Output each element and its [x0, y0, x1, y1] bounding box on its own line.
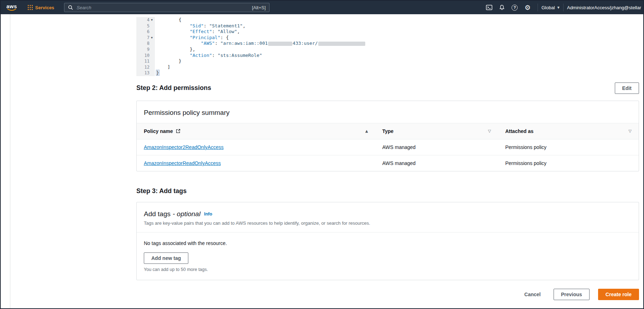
code-line: 12 ]: [136, 64, 639, 70]
create-role-button[interactable]: Create role: [598, 289, 639, 300]
add-tags-card: Add tags- optionalInfo Tags are key-valu…: [136, 202, 639, 280]
policy-attached-as: Permissions policy: [505, 144, 546, 150]
attached-as-column-label: Attached as: [505, 128, 533, 134]
add-tags-title: Add tags- optionalInfo: [144, 210, 632, 218]
code-text: },: [155, 47, 195, 53]
code-line: 4▾ {: [136, 17, 639, 23]
policy-type: AWS managed: [382, 160, 416, 166]
step3-header-row: Step 3: Add tags: [136, 186, 639, 197]
table-row: AmazonInspectorReadOnlyAccess AWS manage…: [137, 155, 639, 171]
nav-divider: [538, 4, 538, 11]
external-link-icon: [176, 129, 180, 133]
permissions-table-header: Policy name ▲ Type ▽ Attached as: [137, 123, 639, 139]
line-number: 8: [136, 41, 150, 47]
left-panel-border: [10, 14, 10, 308]
tags-remaining-hint: You can add up to 50 more tags.: [144, 267, 632, 272]
fold-toggle-icon[interactable]: ▾: [150, 17, 154, 23]
previous-button[interactable]: Previous: [554, 289, 590, 300]
region-label: Global: [541, 5, 555, 10]
gear-icon: ⚙: [524, 4, 530, 11]
sort-ascending-icon[interactable]: ▲: [365, 129, 368, 133]
redacted-user-name: [318, 42, 365, 46]
gutter: 9: [136, 47, 155, 53]
line-number: 12: [136, 64, 150, 70]
help-button[interactable]: ?: [508, 1, 521, 14]
gutter: 7▾: [136, 35, 155, 41]
line-number: 4: [136, 17, 150, 23]
code-line: 7▾ "Principal": {: [136, 35, 639, 41]
redacted-account-id: [268, 42, 292, 46]
code-line: 10 "Action": "sts:AssumeRole": [136, 53, 639, 59]
add-new-tag-button[interactable]: Add new tag: [144, 252, 188, 264]
chevron-down-icon: ▼: [557, 6, 560, 9]
no-tags-message: No tags associated with the resource.: [144, 240, 632, 246]
table-row: AmazonInspector2ReadOnlyAccess AWS manag…: [137, 139, 639, 155]
gutter: 4▾: [136, 17, 155, 23]
policy-name-column-header[interactable]: Policy name ▲: [137, 123, 375, 139]
aws-logo-text: aws: [6, 4, 17, 9]
cancel-button[interactable]: Cancel: [523, 289, 542, 300]
gutter: 8: [136, 41, 155, 47]
optional-label: - optional: [173, 210, 200, 218]
gutter: 13: [136, 70, 155, 76]
line-number: 11: [136, 58, 150, 64]
add-tags-title-text: Add tags: [144, 210, 171, 218]
settings-button[interactable]: ⚙: [521, 1, 534, 14]
policy-name-column-label: Policy name: [144, 128, 173, 134]
line-number: 9: [136, 47, 150, 53]
line-number: 13: [136, 70, 150, 76]
aws-smile-icon: [7, 9, 17, 11]
fold-toggle-icon[interactable]: ▾: [150, 35, 154, 41]
cloudshell-button[interactable]: [483, 1, 496, 14]
question-mark-icon: ?: [512, 5, 518, 11]
search-input[interactable]: [76, 5, 252, 11]
top-navigation: aws Services [Alt+S]: [1, 1, 643, 14]
code-line: 5 "Sid": "Statement1",: [136, 23, 639, 29]
account-menu[interactable]: AdministratorAccess/jzhang@stellar: [567, 5, 641, 10]
notifications-button[interactable]: [496, 1, 508, 14]
gutter: 11: [136, 58, 155, 64]
code-text: }: [155, 70, 159, 76]
aws-console-window: aws Services [Alt+S]: [0, 0, 644, 309]
info-link[interactable]: Info: [204, 212, 212, 217]
code-text: "Action": "sts:AssumeRole": [155, 53, 262, 59]
policy-type: AWS managed: [382, 144, 416, 150]
edit-permissions-button[interactable]: Edit: [615, 82, 639, 94]
code-text: "AWS": "arn:aws:iam::001433:user/: [155, 41, 366, 47]
policy-json-editor[interactable]: 4▾ { 5 "Sid": "Statement1", 6 "Effect": …: [136, 17, 639, 76]
policy-attached-as: Permissions policy: [505, 160, 546, 166]
code-text: "Sid": "Statement1",: [155, 23, 245, 29]
step2-heading: Step 2: Add permissions: [136, 84, 211, 92]
add-tags-description: Tags are key-value pairs that you can ad…: [144, 220, 632, 226]
step2-header-row: Step 2: Add permissions Edit: [136, 82, 639, 94]
region-selector[interactable]: Global ▼: [541, 5, 560, 10]
search-shortcut: [Alt+S]: [252, 5, 266, 10]
line-number: 5: [136, 23, 150, 29]
code-line: 9 },: [136, 47, 639, 53]
code-line: 6 "Effect": "Allow",: [136, 29, 639, 35]
code-text: ]: [155, 64, 170, 70]
step3-heading: Step 3: Add tags: [136, 187, 187, 195]
sortable-triangle-icon[interactable]: ▽: [488, 129, 491, 133]
services-menu[interactable]: Services: [28, 5, 54, 10]
line-number: 6: [136, 29, 150, 35]
gutter: 6: [136, 29, 155, 35]
attached-as-column-header[interactable]: Attached as ▽: [498, 123, 639, 139]
line-number: 7: [136, 35, 150, 41]
aws-logo[interactable]: aws: [6, 4, 17, 11]
wizard-actions: Cancel Previous Create role: [136, 289, 639, 300]
type-column-header[interactable]: Type ▽: [375, 123, 498, 139]
gutter: 12: [136, 64, 155, 70]
code-text: "Principal": {: [155, 35, 229, 41]
main-content: 4▾ { 5 "Sid": "Statement1", 6 "Effect": …: [136, 14, 639, 300]
policy-link[interactable]: AmazonInspector2ReadOnlyAccess: [144, 144, 224, 150]
permissions-card-title: Permissions policy summary: [144, 109, 632, 117]
search-bar[interactable]: [Alt+S]: [64, 3, 269, 12]
cloudshell-terminal-icon: [486, 5, 492, 10]
policy-link[interactable]: AmazonInspectorReadOnlyAccess: [144, 160, 221, 166]
nav-divider: [563, 4, 564, 11]
code-line: 13 }: [136, 70, 639, 76]
permissions-summary-card: Permissions policy summary Policy name ▲…: [136, 101, 639, 171]
code-text: "Effect": "Allow",: [155, 29, 240, 35]
sortable-triangle-icon[interactable]: ▽: [629, 129, 632, 133]
